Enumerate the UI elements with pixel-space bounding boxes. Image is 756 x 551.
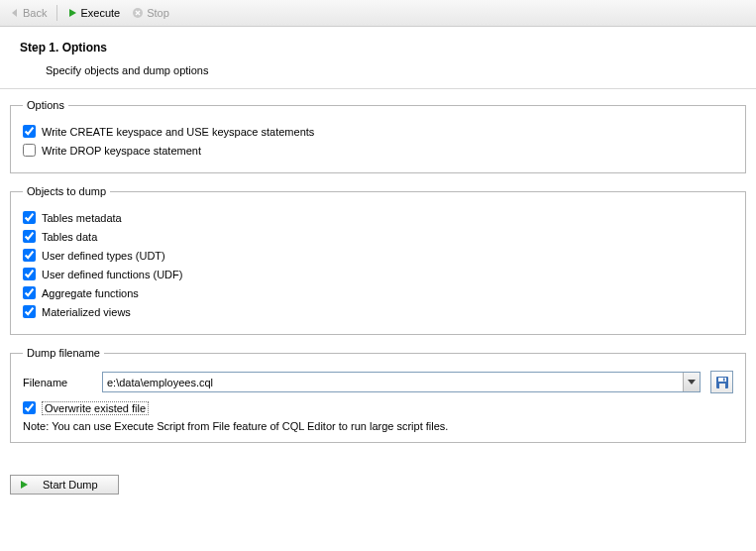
step-title: Step 1. Options: [20, 41, 748, 55]
play-icon: [67, 8, 77, 18]
filename-group: Dump filename Filename Overwrite exi: [10, 347, 746, 443]
stop-label: Stop: [147, 7, 169, 19]
udf-label[interactable]: User defined functions (UDF): [42, 269, 182, 280]
filename-note: Note: You can use Execute Script from Fi…: [23, 420, 733, 432]
filename-input[interactable]: [102, 372, 701, 392]
execute-label: Execute: [80, 7, 120, 19]
matviews-label[interactable]: Materialized views: [42, 306, 131, 318]
filename-legend: Dump filename: [23, 347, 104, 359]
overwrite-label[interactable]: Overwrite existed file: [42, 402, 149, 414]
browse-save-button[interactable]: [710, 371, 733, 393]
tables-data-checkbox[interactable]: [23, 230, 36, 243]
matviews-checkbox[interactable]: [23, 305, 36, 318]
overwrite-label-text: Overwrite existed file: [42, 401, 149, 415]
write-drop-checkbox[interactable]: [23, 144, 36, 157]
toolbar-separator: [56, 5, 57, 21]
write-create-label[interactable]: Write CREATE keyspace and USE keyspace s…: [42, 126, 314, 138]
svg-rect-4: [723, 378, 725, 381]
chevron-down-icon: [688, 380, 696, 386]
header-separator: [0, 88, 756, 89]
start-dump-button[interactable]: Start Dump: [10, 475, 119, 495]
tables-data-label[interactable]: Tables data: [42, 231, 97, 243]
tables-metadata-checkbox[interactable]: [23, 211, 36, 224]
write-create-checkbox[interactable]: [23, 125, 36, 138]
filename-dropdown-button[interactable]: [683, 373, 700, 391]
floppy-icon: [715, 376, 729, 389]
svg-rect-3: [719, 384, 725, 388]
filename-combo: [102, 372, 701, 392]
objects-legend: Objects to dump: [23, 185, 110, 197]
stop-button[interactable]: Stop: [128, 6, 173, 20]
svg-rect-2: [718, 378, 726, 382]
overwrite-checkbox[interactable]: [23, 401, 36, 414]
stop-icon: [132, 7, 144, 19]
filename-label: Filename: [23, 377, 92, 388]
back-button[interactable]: Back: [6, 6, 51, 20]
step-subtitle: Specify objects and dump options: [20, 64, 748, 76]
aggregate-label[interactable]: Aggregate functions: [42, 287, 139, 299]
back-icon: [10, 8, 20, 18]
options-legend: Options: [23, 99, 68, 111]
udt-checkbox[interactable]: [23, 249, 36, 262]
tables-metadata-label[interactable]: Tables metadata: [42, 212, 122, 224]
toolbar: Back Execute Stop: [0, 0, 756, 27]
options-group: Options Write CREATE keyspace and USE ke…: [10, 99, 746, 173]
step-header: Step 1. Options Specify objects and dump…: [0, 27, 756, 82]
back-label: Back: [23, 7, 47, 19]
objects-group: Objects to dump Tables metadata Tables d…: [10, 185, 746, 335]
write-drop-label[interactable]: Write DROP keyspace statement: [42, 145, 201, 157]
play-icon: [19, 480, 29, 490]
execute-button[interactable]: Execute: [63, 6, 124, 20]
aggregate-checkbox[interactable]: [23, 286, 36, 299]
udf-checkbox[interactable]: [23, 268, 36, 280]
udt-label[interactable]: User defined types (UDT): [42, 250, 165, 262]
start-dump-label: Start Dump: [43, 479, 98, 491]
